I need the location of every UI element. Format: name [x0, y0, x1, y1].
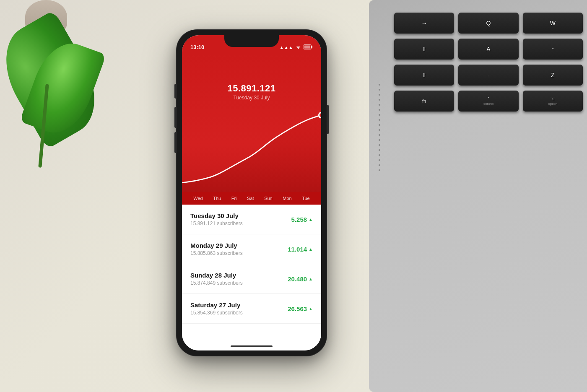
speaker-dot [379, 169, 380, 171]
stats-list: Tuesday 30 July 15.891.121 subscribers 5… [182, 205, 321, 350]
svg-rect-2 [304, 46, 310, 49]
svg-rect-1 [312, 46, 313, 48]
key-control[interactable]: ⌃ control [458, 91, 518, 112]
key-a[interactable]: A [458, 39, 518, 60]
stat-subs-1: 15.885.863 subscribers [190, 250, 243, 256]
key-period[interactable]: . [458, 65, 518, 86]
key-label: . [488, 73, 489, 77]
key-fn[interactable]: fn [394, 91, 454, 112]
keyboard-row-1: → Q W [394, 13, 583, 34]
day-label-fri: Fri [231, 196, 237, 201]
stat-change-2: 20.480 ▲ [288, 275, 313, 283]
chart-date: Tuesday 30 July [182, 95, 321, 101]
chart-svg [182, 108, 321, 192]
keyboard-row-2: ⇧ A ~ [394, 39, 583, 60]
speaker-grille [373, 84, 386, 171]
day-label-sun: Sun [264, 196, 273, 201]
phone-power-button [327, 105, 329, 134]
stat-item-0[interactable]: Tuesday 30 July 15.891.121 subscribers 5… [182, 205, 321, 234]
stat-subs-0: 15.891.121 subscribers [190, 221, 243, 226]
stat-item-3[interactable]: Saturday 27 July 15.854.369 subscribers … [182, 294, 321, 324]
key-shift-1[interactable]: ⇧ [394, 39, 454, 60]
key-label: W [550, 20, 556, 26]
stat-arrow-3: ▲ [309, 306, 313, 311]
speaker-dot [379, 114, 380, 116]
speaker-dot [379, 154, 380, 156]
stat-info-3: Saturday 27 July 15.854.369 subscribers [190, 301, 243, 316]
phone-notch [224, 35, 279, 47]
chart-value: 15.891.121 [182, 83, 321, 94]
stat-day-0: Tuesday 30 July [190, 212, 243, 219]
stat-change-value-3: 26.563 [288, 305, 307, 312]
speaker-dot [379, 139, 380, 141]
stat-subs-3: 15.854.369 subscribers [190, 310, 243, 316]
key-label: A [486, 46, 490, 52]
speaker-dot [379, 104, 380, 106]
phone-volume-down-button [174, 132, 176, 153]
stat-change-value-0: 5.258 [291, 216, 307, 223]
speaker-dot [379, 134, 380, 136]
chart-section: 15.891.121 Tuesday 30 July [182, 54, 321, 205]
key-z[interactable]: Z [523, 65, 583, 86]
speaker-dot [379, 119, 380, 121]
home-indicator [231, 345, 273, 347]
keyboard-keys: → Q W ⇧ A ~ ⇧ . [394, 13, 583, 112]
key-top-label: ~ [551, 47, 554, 51]
stat-change-1: 11.014 ▲ [288, 246, 313, 253]
key-tilde[interactable]: ~ [523, 39, 583, 60]
stat-info-2: Sunday 28 July 15.874.849 subscribers [190, 272, 243, 286]
key-label: ⇧ [422, 46, 427, 52]
speaker-dot [379, 129, 380, 131]
stat-day-3: Saturday 27 July [190, 301, 243, 309]
key-shift-2[interactable]: ⇧ [394, 65, 454, 86]
plant-decoration [0, 0, 117, 210]
speaker-dot [379, 99, 380, 101]
speaker-dot [379, 109, 380, 111]
stat-item-1[interactable]: Monday 29 July 15.885.863 subscribers 11… [182, 234, 321, 264]
key-label: ⇧ [422, 72, 427, 78]
phone-volume-up-button [174, 107, 176, 128]
stat-info-0: Tuesday 30 July 15.891.121 subscribers [190, 212, 243, 226]
phone-screen: 13:10 ▲▲▲ [182, 35, 321, 350]
stat-arrow-0: ▲ [309, 217, 313, 222]
wifi-icon [295, 44, 301, 50]
stat-info-1: Monday 29 July 15.885.863 subscribers [190, 242, 243, 256]
speaker-dot [379, 144, 380, 146]
chart-header-info: 15.891.121 Tuesday 30 July [182, 83, 321, 101]
speaker-dot [379, 94, 380, 96]
phone: 13:10 ▲▲▲ [176, 29, 327, 356]
chart-svg-container [182, 108, 321, 192]
key-arrow[interactable]: → [394, 13, 454, 34]
stat-change-0: 5.258 ▲ [291, 216, 313, 223]
key-top-symbol: ⌃ [487, 97, 490, 101]
speaker-dot [379, 159, 380, 161]
key-option[interactable]: ⌥ option [523, 91, 583, 112]
signal-icon: ▲▲▲ [279, 45, 293, 50]
keyboard-area: → Q W ⇧ A ~ ⇧ . [369, 0, 587, 392]
stat-day-2: Sunday 28 July [190, 272, 243, 279]
stat-day-1: Monday 29 July [190, 242, 243, 249]
speaker-dot [379, 89, 380, 91]
day-label-mon: Mon [283, 196, 291, 201]
key-label: fn [422, 99, 426, 104]
stat-item-2[interactable]: Sunday 28 July 15.874.849 subscribers 20… [182, 264, 321, 294]
day-label-tue: Tue [302, 196, 310, 201]
stat-change-value-1: 11.014 [288, 246, 307, 253]
speaker-dot [379, 124, 380, 126]
phone-mute-button [174, 84, 176, 99]
day-label-thu: Thu [213, 196, 221, 201]
key-q[interactable]: Q [458, 13, 518, 34]
key-label: Q [486, 20, 491, 26]
chart-days: Wed Thu Fri Sat Sun Mon Tue [182, 192, 321, 205]
stat-arrow-2: ▲ [309, 277, 313, 281]
key-label: → [421, 20, 427, 26]
key-label: Z [551, 72, 555, 78]
status-icons: ▲▲▲ [279, 44, 313, 50]
key-w[interactable]: W [523, 13, 583, 34]
key-top-symbol: ⌥ [550, 97, 555, 101]
keyboard-row-4: fn ⌃ control ⌥ option [394, 91, 583, 112]
battery-icon [304, 44, 313, 50]
stat-change-value-2: 20.480 [288, 275, 307, 283]
keyboard-row-3: ⇧ . Z [394, 65, 583, 86]
day-label-wed: Wed [193, 196, 203, 201]
